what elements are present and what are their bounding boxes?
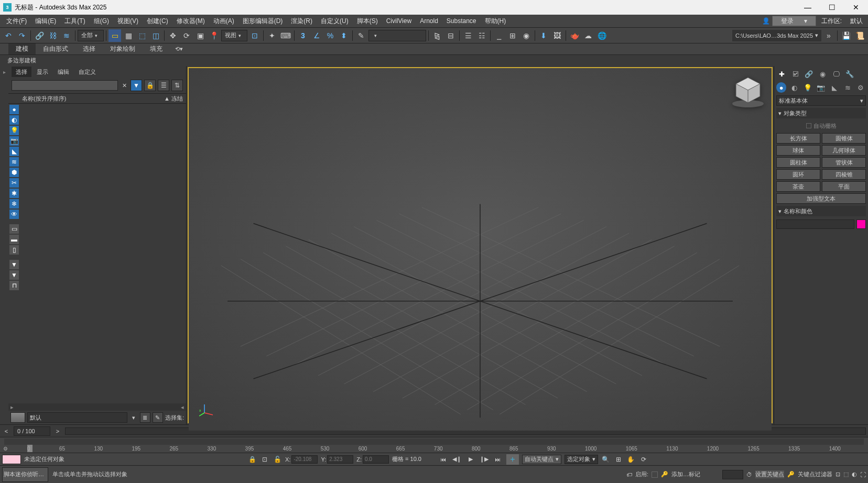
frame-range-display[interactable]: 0 / 100 [14,426,50,436]
close-button[interactable]: ✕ [844,0,868,15]
percent-snap-button[interactable]: % [324,29,337,42]
type-light-icon[interactable]: 💡 [9,126,19,135]
type-spacewarp-icon[interactable]: ≋ [9,157,19,167]
sub-lights-icon[interactable]: 💡 [803,82,813,93]
tab-hierarchy-icon[interactable]: 🔗 [804,69,814,79]
type-bone-icon[interactable]: ✱ [9,189,19,198]
link-button[interactable]: 🔗 [33,29,46,42]
angle-snap-button[interactable]: ∠ [310,29,323,42]
menu-create[interactable]: 创建(C) [143,15,172,27]
menu-modifiers[interactable]: 修改器(M) [172,15,209,27]
goto-start-button[interactable]: ⏮ [438,455,449,464]
time-tag-icon[interactable]: 🏷 [626,471,632,478]
coord-z-value[interactable]: 0.0 [363,455,389,464]
redo-button[interactable]: ↷ [16,29,28,42]
add-lock-icon[interactable]: 🔓 [273,455,282,464]
lock-selection-icon[interactable]: 🔒 [247,455,257,464]
ribbon-tab-populate[interactable]: 填充 [143,43,170,54]
timetrack-next-icon[interactable]: > [53,428,62,434]
select-by-name-button[interactable]: ▦ [122,29,135,42]
snap-toggle-button[interactable]: 3 [297,29,309,42]
sync-icon[interactable]: ⇅ [171,80,183,91]
ruler-config-icon[interactable]: ⚙ [3,446,8,452]
set-key-plus-button[interactable]: + [506,454,519,465]
display-all-icon[interactable]: ☰ [158,80,169,91]
coord-x-value[interactable]: -20.108 [291,455,318,464]
type-geometry-icon[interactable]: ● [9,105,19,114]
workspace-dropdown[interactable]: 默认 [847,17,866,26]
material-editor-button[interactable]: ◉ [520,29,533,42]
auto-grid-check[interactable]: 自动栅格 [776,120,866,131]
material-layers-icon[interactable]: ≣ [140,412,150,423]
save-button[interactable]: 💾 [840,29,852,42]
btn-box[interactable]: 长方体 [776,133,820,144]
rollout-name-color[interactable]: 名称和颜色 [776,206,866,216]
viewport[interactable]: [+] [透视 ] [标准 ] [默认明暗处理 ] ▾ [188,67,773,423]
filter-1-icon[interactable]: ▼ [9,260,19,269]
login-button[interactable]: 登录▾ [772,16,816,26]
menu-edit[interactable]: 编辑(E) [31,15,60,27]
render-button[interactable]: 🫖 [568,29,581,42]
sub-helpers-icon[interactable]: ◣ [829,82,839,93]
clear-icon[interactable]: ✕ [120,82,128,89]
coord-y-value[interactable]: 2.323 [327,455,353,464]
render-frame-button[interactable]: 🖼 [551,29,563,42]
mirror-button[interactable]: ⧎ [431,29,443,42]
menu-file[interactable]: 文件(F) [2,15,31,27]
ribbon-tab-paint[interactable]: 对象绘制 [103,43,143,54]
material-combo[interactable]: 默认 [27,412,127,423]
menu-script[interactable]: 脚本(S) [353,15,382,27]
menu-substance[interactable]: Substance [442,15,481,27]
btn-pyramid[interactable]: 四棱锥 [822,169,866,180]
dock-expand-icon[interactable]: ▸ [3,69,6,75]
bind-spacewarp-button[interactable]: ≋ [60,29,73,42]
ribbon-sub-poly[interactable]: 多边形建模 [3,57,40,64]
current-frame-input[interactable] [722,470,743,479]
timetrack-prev-icon[interactable]: < [2,428,10,434]
key-filter-icon[interactable]: 🔑 [787,471,795,478]
filter-3-icon[interactable]: ⊓ [9,281,19,290]
menu-civilview[interactable]: CivilView [382,15,416,27]
btn-tube[interactable]: 管状体 [822,157,866,168]
viewcube[interactable] [730,73,766,110]
next-frame-button[interactable]: ❙▶ [479,455,490,464]
time-config-icon[interactable]: ⏱ [746,471,752,478]
keyboard-shortcut-button[interactable]: ⌨ [279,29,292,42]
se-tab-display[interactable]: 显示 [32,67,52,77]
pivot-button[interactable]: ⊡ [248,29,261,42]
menu-tools[interactable]: 工具(T) [60,15,89,27]
type-container-icon[interactable]: ❄ [9,199,19,208]
object-color-swatch[interactable] [856,219,866,229]
align-button[interactable]: ⊟ [444,29,457,42]
manipulate-button[interactable]: ✦ [266,29,278,42]
material-swatch[interactable] [10,412,25,423]
se-resize-handle[interactable]: ▸◂ [8,403,186,411]
sub-geometry-icon[interactable]: ● [776,82,786,93]
overflow-button[interactable]: » [822,29,835,42]
type-frozen-icon[interactable]: 👁 [9,210,19,219]
sub-systems-icon[interactable]: ⚙ [856,82,866,93]
nav-maximize-icon[interactable]: ⛶ [860,471,866,478]
ruler-segment[interactable] [4,438,864,445]
curve-editor-button[interactable]: ⎯ [493,29,505,42]
isolate-icon[interactable]: ⊡ [260,455,269,464]
play-button[interactable]: ▶ [465,455,476,464]
btn-cone[interactable]: 圆锥体 [822,133,866,144]
goto-end-button[interactable]: ⏭ [493,455,503,464]
minimize-button[interactable]: — [796,0,820,15]
ribbon-expand-icon[interactable]: ⟲▾ [170,43,188,54]
menu-arnold[interactable]: Arnold [416,15,442,27]
type-hidden-icon[interactable]: ▭ [9,224,19,234]
nav-zoom-all-icon[interactable]: ⊞ [614,455,623,464]
prev-frame-button[interactable]: ◀❙ [452,455,462,464]
nav-zoom-icon[interactable]: 🔍 [601,455,611,464]
unlink-button[interactable]: ⛓ [47,29,59,42]
btn-cylinder[interactable]: 圆柱体 [776,157,820,168]
toggle-ribbon-button[interactable]: ☷ [475,29,488,42]
maxscript-mini-swatch[interactable] [2,455,21,464]
undo-button[interactable]: ↶ [2,29,15,42]
spinner-snap-button[interactable]: ⬍ [338,29,350,42]
se-tab-custom[interactable]: 自定义 [74,67,100,77]
object-name-input[interactable] [776,219,854,229]
btn-teapot[interactable]: 茶壶 [776,181,820,192]
